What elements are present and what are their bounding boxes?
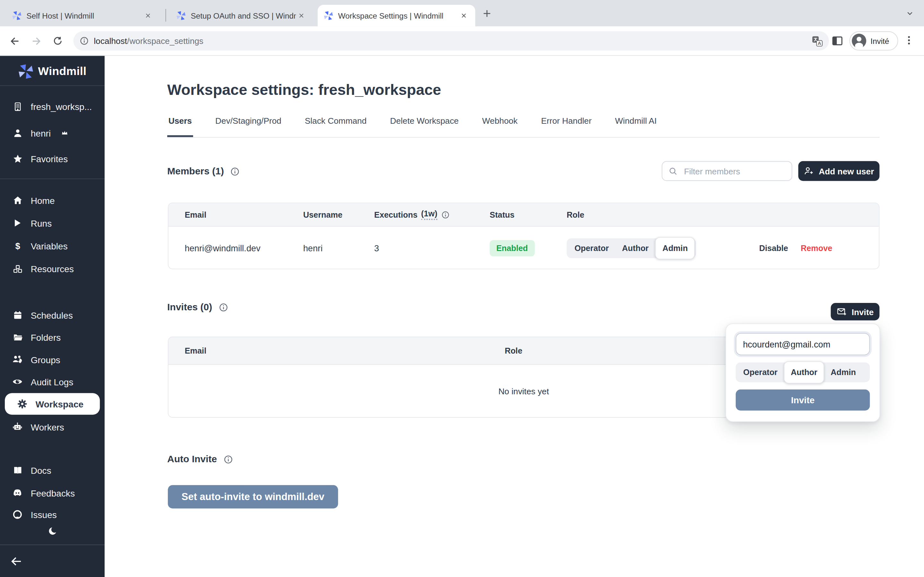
nav-label: Audit Logs xyxy=(31,377,73,387)
popup-invite-submit-button[interactable]: Invite xyxy=(736,390,870,411)
popup-role-author-button[interactable]: Author xyxy=(784,361,824,384)
dollar-icon: $ xyxy=(12,241,23,251)
svg-text:A: A xyxy=(817,40,821,45)
sidebar-item-feedbacks[interactable]: Feedbacks xyxy=(0,482,105,504)
role-admin-button[interactable]: Admin xyxy=(655,237,695,259)
sidebar-item-groups[interactable]: Groups xyxy=(0,348,105,371)
tab-windmill-ai[interactable]: Windmill AI xyxy=(614,116,658,137)
remove-button[interactable]: Remove xyxy=(801,243,832,252)
main-content: Workspace settings: fresh_workspace User… xyxy=(105,56,924,577)
info-icon[interactable] xyxy=(223,454,233,464)
col-status: Status xyxy=(489,210,514,219)
nav-label: Workspace xyxy=(36,399,84,409)
tab-dev-staging-prod[interactable]: Dev/Staging/Prod xyxy=(214,116,282,137)
browser-tab-self-host[interactable]: Self Host | Windmill xyxy=(6,5,160,27)
workspace-name: fresh_worksp... xyxy=(31,101,92,111)
browser-tab-title: Workspace Settings | Windmill xyxy=(338,11,459,20)
address-bar[interactable]: localhost/workspace_settings A xyxy=(73,31,829,51)
side-panel-icon[interactable] xyxy=(831,35,843,47)
windmill-logo[interactable]: Windmill xyxy=(0,61,105,82)
sidebar-item-home[interactable]: Home xyxy=(0,189,105,211)
invite-popup: Operator Author Admin Invite xyxy=(725,324,880,422)
calendar-icon xyxy=(12,310,23,320)
sidebar-item-folders[interactable]: Folders xyxy=(0,326,105,348)
invites-heading-row: Invites (0) xyxy=(167,301,228,313)
windmill-favicon xyxy=(324,11,333,21)
member-role-segmented: Operator Author Admin xyxy=(567,238,696,258)
nav-label: Workers xyxy=(31,422,64,432)
auto-invite-heading-row: Auto Invite xyxy=(167,454,233,465)
back-button[interactable] xyxy=(5,31,24,51)
info-icon[interactable] xyxy=(441,210,450,219)
invite-button[interactable]: Invite xyxy=(830,303,879,320)
nav-label: Home xyxy=(31,195,55,205)
sidebar-divider xyxy=(0,545,105,545)
tab-slack-command[interactable]: Slack Command xyxy=(304,116,368,137)
role-operator-button[interactable]: Operator xyxy=(568,238,615,258)
info-icon[interactable] xyxy=(218,302,228,312)
browser-profile-button[interactable]: Invité xyxy=(850,31,898,51)
invite-email-input[interactable] xyxy=(736,333,870,355)
tab-search-chevron-icon[interactable] xyxy=(905,10,914,17)
github-icon xyxy=(12,509,23,520)
cubes-icon xyxy=(12,263,23,274)
sidebar-item-workspace[interactable]: Workspace xyxy=(5,393,100,415)
sidebar-item-issues[interactable]: Issues xyxy=(0,503,105,526)
filter-members-input[interactable] xyxy=(683,166,786,177)
sidebar-item-runs[interactable]: Runs xyxy=(0,211,105,234)
member-row: henri@windmill.dev henri 3 Enabled Opera… xyxy=(168,227,879,269)
popup-role-operator-button[interactable]: Operator xyxy=(737,363,784,382)
sidebar-divider xyxy=(0,85,105,86)
sidebar-item-docs[interactable]: Docs xyxy=(0,459,105,482)
popup-role-admin-button[interactable]: Admin xyxy=(824,363,862,382)
sidebar-item-resources[interactable]: Resources xyxy=(0,258,105,280)
book-icon xyxy=(12,465,23,475)
translate-icon[interactable]: A xyxy=(811,35,823,47)
member-executions: 3 xyxy=(374,243,379,253)
col-executions-label: Executions xyxy=(374,210,417,219)
members-heading: Members (1) xyxy=(167,166,224,177)
sidebar: Windmill fresh_worksp... henri Favorites… xyxy=(0,56,105,577)
tab-error-handler[interactable]: Error Handler xyxy=(540,116,593,137)
mail-plus-icon xyxy=(837,306,847,317)
nav-label: Issues xyxy=(31,509,57,520)
invite-button-label: Invite xyxy=(851,307,874,316)
sidebar-item-user[interactable]: henri xyxy=(0,121,105,144)
status-badge: Enabled xyxy=(489,240,535,256)
sidebar-item-workers[interactable]: Workers xyxy=(0,416,105,438)
tab-close-icon[interactable] xyxy=(296,10,307,21)
disable-button[interactable]: Disable xyxy=(759,243,788,252)
tab-delete-workspace[interactable]: Delete Workspace xyxy=(389,116,460,137)
set-auto-invite-button[interactable]: Set auto-invite to windmill.dev xyxy=(168,485,338,508)
col-role: Role xyxy=(567,210,584,219)
sidebar-item-favorites[interactable]: Favorites xyxy=(0,147,105,170)
home-icon xyxy=(12,195,23,205)
url-text: localhost/workspace_settings xyxy=(94,36,204,46)
dark-mode-toggle[interactable] xyxy=(0,525,105,537)
add-new-user-button[interactable]: Add new user xyxy=(798,161,879,181)
members-table-header: Email Username Executions (1w) Status Ro… xyxy=(168,203,879,227)
role-author-button[interactable]: Author xyxy=(615,238,655,258)
tab-webhook[interactable]: Webhook xyxy=(481,116,519,137)
forward-button[interactable] xyxy=(27,31,46,51)
browser-menu-icon[interactable] xyxy=(903,35,914,46)
tab-users[interactable]: Users xyxy=(167,116,193,137)
site-info-icon[interactable] xyxy=(79,36,89,46)
sidebar-item-variables[interactable]: $ Variables xyxy=(0,234,105,257)
collapse-sidebar-button[interactable] xyxy=(10,555,23,568)
sidebar-item-workspace-switcher[interactable]: fresh_worksp... xyxy=(0,95,105,118)
browser-tab-title: Self Host | Windmill xyxy=(27,11,143,20)
browser-tab-oauth[interactable]: Setup OAuth and SSO | Windm xyxy=(170,5,313,27)
col-email: Email xyxy=(185,346,207,355)
svg-text:$: $ xyxy=(15,241,20,251)
tab-close-icon[interactable] xyxy=(459,10,469,21)
filter-members-box[interactable] xyxy=(662,161,792,181)
browser-tab-workspace-settings[interactable]: Workspace Settings | Windmill xyxy=(318,5,475,27)
new-tab-button[interactable] xyxy=(481,8,493,19)
profile-label: Invité xyxy=(871,36,889,45)
sidebar-item-schedules[interactable]: Schedules xyxy=(0,303,105,326)
tab-close-icon[interactable] xyxy=(142,10,153,21)
info-icon[interactable] xyxy=(230,166,240,176)
sidebar-item-audit-logs[interactable]: Audit Logs xyxy=(0,370,105,393)
reload-button[interactable] xyxy=(48,31,67,51)
